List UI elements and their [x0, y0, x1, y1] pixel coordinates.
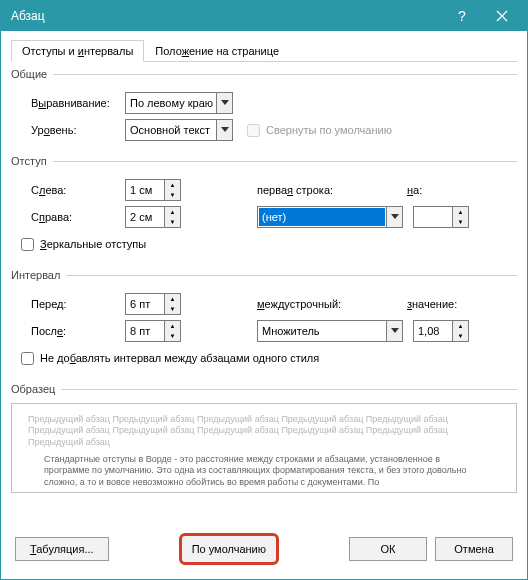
help-button[interactable]: ?: [442, 1, 482, 31]
checkbox-no-space-same-style[interactable]: Не добавлять интервал между абзацами одн…: [21, 352, 319, 365]
set-default-button[interactable]: По умолчанию: [179, 533, 279, 565]
section-sample: Образец Предыдущий абзац Предыдущий абза…: [11, 383, 517, 521]
label-left-indent: Слева:: [31, 184, 125, 196]
spinner-right-indent[interactable]: 2 см▲▼: [125, 206, 181, 228]
preview-main-text: Стандартные отступы в Ворде - это рассто…: [28, 454, 500, 489]
close-button[interactable]: [482, 1, 522, 31]
label-alignment: Выравнивание:: [31, 97, 125, 109]
legend-spacing: Интервал: [11, 269, 66, 281]
label-by: на:: [407, 184, 422, 196]
label-line-spacing: междустрочный:: [257, 298, 407, 310]
tabs-button[interactable]: Табуляция...: [15, 537, 109, 561]
preview-ghost-text: Предыдущий абзац Предыдущий абзац Предыд…: [28, 414, 500, 448]
combo-line-spacing[interactable]: Множитель: [257, 320, 403, 342]
spinner-left-indent[interactable]: 1 см▲▼: [125, 179, 181, 201]
spinner-space-before[interactable]: 6 пт▲▼: [125, 293, 181, 315]
label-at: значение:: [407, 298, 457, 310]
titlebar: Абзац ?: [1, 1, 527, 31]
label-space-after: После:: [31, 325, 125, 337]
combo-first-line[interactable]: (нет): [257, 206, 403, 228]
spinner-by[interactable]: ▲▼: [413, 206, 469, 228]
section-indent: Отступ Слева: 1 см▲▼ первая строка: на: …: [11, 155, 517, 265]
cancel-button[interactable]: Отмена: [435, 537, 513, 561]
section-general: Общие Выравнивание: По левому краю Урове…: [11, 68, 517, 151]
label-outline-level: Уровень:: [31, 124, 125, 136]
label-right-indent: Справа:: [31, 211, 125, 223]
spinner-at[interactable]: 1,08▲▼: [413, 320, 469, 342]
section-spacing: Интервал Перед: 6 пт▲▼ междустрочный: зн…: [11, 269, 517, 379]
footer: Табуляция... По умолчанию ОК Отмена: [11, 523, 517, 569]
checkbox-collapsed: Свернуты по умолчанию: [247, 124, 392, 137]
label-first-line: первая строка:: [257, 184, 407, 196]
legend-sample: Образец: [11, 383, 61, 395]
tabstrip: Отступы и интервалы Положение на страниц…: [11, 39, 517, 62]
paragraph-dialog: Абзац ? Отступы и интервалы Положение на…: [0, 0, 528, 580]
legend-general: Общие: [11, 68, 53, 80]
combo-outline-level[interactable]: Основной текст: [125, 119, 233, 141]
checkbox-mirror-indents[interactable]: Зеркальные отступы: [21, 238, 146, 251]
preview-box: Предыдущий абзац Предыдущий абзац Предыд…: [11, 403, 517, 493]
label-space-before: Перед:: [31, 298, 125, 310]
tab-indents-spacing[interactable]: Отступы и интервалы: [11, 40, 144, 62]
tab-line-page-breaks[interactable]: Положение на странице: [144, 40, 290, 62]
legend-indent: Отступ: [11, 155, 53, 167]
spinner-space-after[interactable]: 8 пт▲▼: [125, 320, 181, 342]
combo-alignment[interactable]: По левому краю: [125, 92, 233, 114]
titlebar-title: Абзац: [11, 9, 442, 23]
ok-button[interactable]: ОК: [349, 537, 427, 561]
